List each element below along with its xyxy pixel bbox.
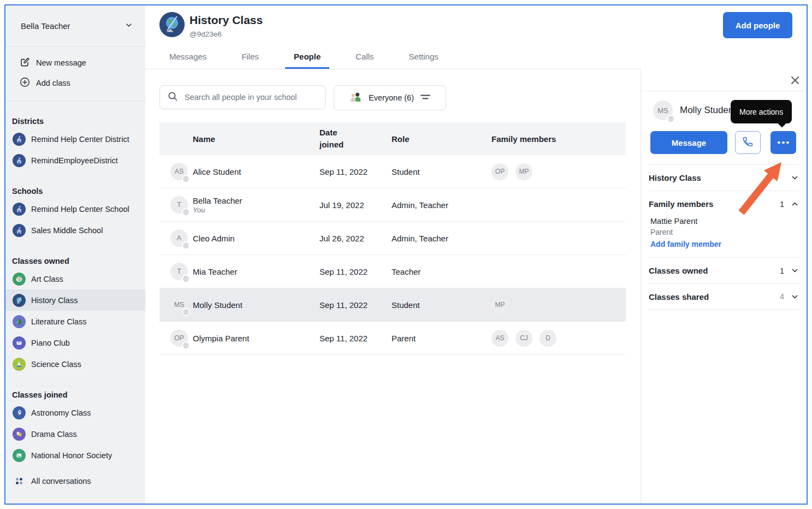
- panel-actions: Message: [650, 131, 796, 154]
- app-window: Bella Teacher New message Add class Dist…: [4, 4, 808, 505]
- family-count: 1: [780, 200, 784, 209]
- schools-section: Schools Remind Help Center School Sales …: [5, 171, 145, 241]
- tab-settings[interactable]: Settings: [400, 45, 447, 69]
- tab-messages[interactable]: Messages: [161, 45, 215, 69]
- science-class-icon: [13, 358, 26, 371]
- family-member-role: Parent: [650, 228, 799, 236]
- avatar: MS: [170, 296, 188, 313]
- phone-icon: [742, 136, 754, 149]
- class-label: Drama Class: [31, 430, 77, 439]
- column-role: Role: [392, 134, 491, 144]
- sidebar-item-astronomy-class[interactable]: Astronomy Class: [5, 402, 145, 423]
- sidebar-item-remind-help-center-school[interactable]: Remind Help Center School: [5, 198, 145, 220]
- class-header: History Class @9d23e6 Add people Message…: [145, 5, 807, 69]
- section-family-members[interactable]: Family members 1: [649, 191, 799, 217]
- call-button[interactable]: [735, 131, 761, 154]
- history-class-icon: [13, 294, 26, 307]
- class-handle: @9d23e6: [189, 30, 222, 38]
- date-joined: Jul 19, 2022: [319, 200, 392, 210]
- table-row[interactable]: T Mia Teacher Sep 11, 2022 Teacher: [159, 255, 626, 288]
- add-people-button[interactable]: Add people: [723, 12, 792, 38]
- chevron-down-icon: [791, 267, 799, 275]
- drama-class-icon: [13, 428, 26, 441]
- avatar-more-badge: [182, 208, 190, 216]
- more-actions-button[interactable]: [770, 131, 796, 154]
- message-button[interactable]: Message: [650, 131, 727, 154]
- person-name: Bella Teacher: [193, 196, 319, 205]
- sidebar-item-science-class[interactable]: Science Class: [5, 353, 145, 375]
- classes-joined-title: Classes joined: [5, 388, 145, 402]
- add-circle-icon: [20, 77, 30, 89]
- avatar: OP: [170, 329, 188, 347]
- more-actions-tooltip: More actions: [731, 100, 792, 123]
- sidebar-item-piano-club[interactable]: Piano Club: [5, 332, 145, 353]
- body-row: Everyone (6) Name Date joined Role Famil…: [145, 69, 807, 504]
- district-label: RemindEmployeeDistrict: [31, 156, 118, 165]
- add-class-button[interactable]: Add class: [5, 73, 145, 93]
- table-row[interactable]: A Cleo Admin Jul 26, 2022 Admin, Teacher: [159, 222, 626, 255]
- tab-people[interactable]: People: [285, 45, 329, 69]
- section-classes-owned[interactable]: Classes owned 1: [649, 257, 799, 283]
- classes-owned-title: Classes owned: [5, 254, 145, 268]
- column-family-members: Family members: [491, 134, 626, 144]
- close-icon[interactable]: [789, 74, 801, 86]
- sidebar-item-national-honor-society[interactable]: National Honor Society: [5, 445, 145, 466]
- account-switcher[interactable]: Bella Teacher: [5, 5, 145, 47]
- people-search: [159, 85, 325, 109]
- school-label: Remind Help Center School: [31, 205, 129, 214]
- all-conversations-button[interactable]: All conversations: [5, 470, 145, 492]
- date-joined: Sep 11, 2022: [319, 334, 392, 343]
- family-chip: D: [540, 330, 556, 347]
- column-date-joined: Date joined: [319, 127, 350, 151]
- people-content: Everyone (6) Name Date joined Role Famil…: [145, 69, 641, 504]
- section-history-class[interactable]: History Class: [649, 164, 799, 191]
- people-table: Name Date joined Role Family members AS …: [159, 122, 626, 355]
- avatar: T: [170, 263, 188, 280]
- sidebar-item-sales-middle-school[interactable]: Sales Middle School: [5, 220, 145, 241]
- audience-filter-button[interactable]: Everyone (6): [334, 85, 446, 110]
- grid-dots-icon: [13, 475, 26, 488]
- chevron-down-icon: [791, 174, 799, 182]
- table-row[interactable]: AS Alice Student Sep 11, 2022 Student OP…: [159, 155, 626, 188]
- person-name: Alice Student: [193, 167, 319, 176]
- table-row-selected[interactable]: MS Molly Student Sep 11, 2022 Student MP: [159, 288, 626, 322]
- add-class-label: Add class: [36, 79, 70, 87]
- class-label: Astronomy Class: [31, 409, 91, 417]
- new-message-button[interactable]: New message: [5, 52, 145, 73]
- tab-calls[interactable]: Calls: [347, 45, 382, 69]
- schools-title: Schools: [5, 184, 145, 198]
- avatar: A: [170, 229, 188, 247]
- avatar-more-badge: [667, 115, 675, 123]
- avatar-more-badge: [182, 175, 190, 183]
- class-label: National Honor Society: [31, 451, 112, 460]
- person-name: Molly Student: [193, 300, 319, 310]
- add-family-member-link[interactable]: Add family member: [650, 240, 799, 248]
- national-honor-society-icon: [13, 449, 26, 462]
- sidebar-item-history-class[interactable]: History Class: [5, 289, 145, 311]
- sidebar-item-remind-employee-district[interactable]: RemindEmployeeDistrict: [5, 150, 145, 171]
- person-name: Mia Teacher: [193, 267, 319, 276]
- sidebar-item-remind-help-center-district[interactable]: Remind Help Center District: [5, 128, 145, 150]
- tab-files[interactable]: Files: [233, 45, 268, 69]
- sidebar-item-art-class[interactable]: Art Class: [5, 268, 145, 289]
- search-icon: [168, 91, 178, 104]
- sidebar-item-literature-class[interactable]: Literature Class: [5, 311, 145, 332]
- districts-title: Districts: [5, 114, 145, 128]
- panel-close-row: [641, 69, 807, 91]
- table-header: Name Date joined Role Family members: [159, 122, 626, 155]
- class-globe-avatar: [159, 12, 185, 37]
- table-row[interactable]: OP Olympia Parent Sep 11, 2022 Parent AS…: [159, 322, 626, 355]
- avatar-more-badge: [182, 241, 190, 250]
- family-chip: AS: [491, 330, 508, 347]
- search-input[interactable]: [183, 92, 317, 102]
- all-conversations-label: All conversations: [31, 477, 91, 486]
- family-member-name: Mattie Parent: [650, 217, 799, 226]
- classes-joined-section: Classes joined Astronomy Class Drama Cla…: [5, 375, 145, 466]
- section-label: Classes owned: [649, 266, 708, 275]
- sidebar-item-drama-class[interactable]: Drama Class: [5, 423, 145, 445]
- class-label: Piano Club: [31, 339, 70, 347]
- section-classes-shared[interactable]: Classes shared 4: [649, 283, 799, 310]
- table-row[interactable]: T Bella TeacherYou Jul 19, 2022 Admin, T…: [159, 188, 626, 222]
- role: Parent: [392, 334, 491, 343]
- astronomy-class-icon: [13, 406, 26, 419]
